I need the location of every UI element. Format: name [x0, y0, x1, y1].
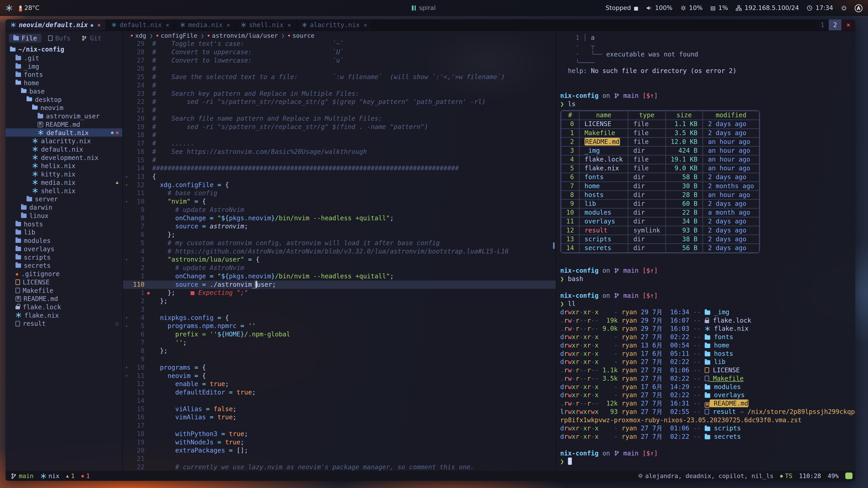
- tab-close-icon[interactable]: ×: [842, 20, 855, 31]
- breadcrumb-item[interactable]: ◆configFile: [156, 32, 197, 39]
- neotree-tab-git[interactable]: Git: [77, 34, 106, 42]
- tree-item[interactable]: Makefile: [5, 286, 122, 294]
- media-widget[interactable]: spiral: [412, 0, 436, 16]
- tree-item[interactable]: linux: [5, 212, 122, 220]
- terminal-line: [560, 283, 853, 292]
- buffer-tab[interactable]: alacritty.nix×: [297, 20, 373, 31]
- branch-icon: [82, 35, 87, 41]
- tree-item[interactable]: result○: [5, 319, 122, 328]
- tree-item[interactable]: flake.nix: [5, 311, 122, 319]
- tree-item[interactable]: MREADME.md: [5, 294, 122, 303]
- statusline-sl-err: ●1: [81, 472, 90, 480]
- dot-icon: ●: [111, 130, 114, 135]
- tree-item[interactable]: darwin: [5, 203, 122, 212]
- terminal-line: lrwxrwxrwx 93 ryan 27 7月 02:55 -- result…: [560, 408, 853, 416]
- tab-number[interactable]: 2: [829, 20, 841, 31]
- ls-table-row: 4flake.lockfile19.1 KBan hour ago: [561, 155, 759, 164]
- ls-table-row: 6fontsdir58 B2 days ago: [561, 173, 759, 182]
- tree-item[interactable]: media.nix▲: [5, 178, 122, 187]
- tree-item[interactable]: base: [5, 87, 122, 95]
- tree-item[interactable]: fonts: [5, 70, 122, 78]
- media-title: spiral: [419, 4, 436, 12]
- volume-widget[interactable]: 100%: [646, 4, 673, 12]
- cpu-widget[interactable]: 10%: [680, 4, 703, 12]
- power-button[interactable]: [841, 5, 847, 11]
- tree-item[interactable]: helix.nix: [5, 162, 122, 170]
- cpu-value: 10%: [689, 4, 703, 12]
- statusline-sl-lsp: alejandra, deadnix, copilot, nil_ls: [638, 472, 774, 480]
- md-icon: M: [38, 122, 43, 127]
- code-line: 7 source = astronvim;: [123, 222, 556, 231]
- tree-item[interactable]: scripts: [5, 253, 122, 261]
- network-widget[interactable]: 192.168.5.100/24: [736, 4, 799, 12]
- nix-icon: [32, 188, 38, 194]
- code-line: 13 defaultEditor = true;: [123, 388, 556, 397]
- close-buffer-icon[interactable]: ×: [364, 21, 367, 29]
- close-buffer-icon[interactable]: ×: [226, 21, 230, 29]
- tab-number[interactable]: 1: [816, 20, 829, 31]
- scrollbar-thumb[interactable]: [553, 242, 555, 249]
- code-line: ▾11 neovim = {: [123, 372, 556, 380]
- close-buffer-icon[interactable]: ×: [97, 21, 101, 29]
- neotree-tab-file[interactable]: File: [9, 34, 41, 42]
- launcher-button[interactable]: [5, 4, 13, 12]
- tree-item[interactable]: development.nix: [5, 153, 122, 162]
- volume-value: 100%: [655, 4, 673, 12]
- tree-item[interactable]: flake.lock: [5, 303, 122, 311]
- buffer-tab[interactable]: default.nix×: [106, 20, 175, 31]
- git-branch-icon: [614, 293, 619, 298]
- statusline-sl-pos: 110:28: [799, 472, 821, 480]
- tree-item[interactable]: LICENSE: [5, 278, 122, 286]
- breadcrumb-item[interactable]: ◆astronvim/lua/user: [207, 32, 278, 39]
- breadcrumb-item[interactable]: ◆source: [288, 32, 314, 39]
- folder-icon: [705, 393, 710, 398]
- temperature-widget[interactable]: 28°C: [20, 4, 39, 12]
- close-buffer-icon[interactable]: ×: [287, 21, 291, 29]
- editor-pane[interactable]: ◆xdg❯◆configFile❯◆astronvim/lua/user❯◆so…: [123, 31, 557, 471]
- tree-item[interactable]: server: [5, 195, 122, 203]
- terminal-line: ❯ ll: [560, 300, 853, 308]
- buffer-tab[interactable]: neovim/default.nix●×: [5, 20, 106, 31]
- letter-badge[interactable]: A: [855, 4, 862, 12]
- tree-item[interactable]: default.nix●●: [5, 128, 122, 137]
- buffer-tab[interactable]: media.nix×: [175, 20, 236, 31]
- tree-item[interactable]: desktop: [5, 95, 122, 103]
- ls-table-row: 2README.mdfile12.0 KBan hour ago: [561, 138, 759, 147]
- file-y-icon: [705, 367, 709, 373]
- tree-item[interactable]: home: [5, 78, 122, 87]
- tree-item[interactable]: hosts: [5, 220, 122, 228]
- tree-item[interactable]: .git: [5, 54, 122, 62]
- tree-root[interactable]: ~/nix-config: [5, 45, 122, 54]
- folder-icon: [705, 427, 710, 431]
- tree-item[interactable]: _img: [5, 62, 122, 70]
- tree-item[interactable]: overlays: [5, 245, 122, 253]
- tree-item[interactable]: ◆.gitignore: [5, 269, 122, 278]
- ls-table-row: 13scriptsdir38 B2 days ago: [561, 235, 759, 244]
- topbar: 28°C spiral Stopped ■ 100% 10% ▤ 1%: [0, 0, 868, 16]
- terminal-line: nix-config on main [$↑]: [560, 267, 853, 275]
- tree-item[interactable]: default.nix: [5, 145, 122, 153]
- tree-item[interactable]: shell.nix: [5, 186, 122, 195]
- close-buffer-icon[interactable]: ×: [166, 21, 169, 29]
- tree-item[interactable]: secrets: [5, 261, 122, 269]
- tree-item[interactable]: lib: [5, 228, 122, 236]
- tree-item[interactable]: astronvim_user: [5, 112, 122, 120]
- neotree-panel[interactable]: FileBufsGit ~/nix-config .git_imgfontsho…: [5, 31, 123, 471]
- timer-widget[interactable]: Stopped ■: [606, 4, 638, 12]
- code-area[interactable]: 29# Toggle text's case: `~`28# Convert t…: [123, 40, 556, 471]
- tree-item[interactable]: modules: [5, 236, 122, 245]
- buffer-tab[interactable]: shell.nix×: [236, 20, 297, 31]
- tree-item[interactable]: kitty.nix: [5, 170, 122, 178]
- clock-widget[interactable]: 17:34: [807, 4, 833, 12]
- folder-icon: [705, 311, 710, 315]
- tree-item[interactable]: alacritty.nix: [5, 137, 122, 145]
- breadcrumb-item[interactable]: ◆xdg: [131, 32, 146, 39]
- terminal-pane[interactable]: 1 │ a · ┬ · ╰── executable was not found…: [556, 31, 855, 471]
- tree-item[interactable]: MREADME.md: [5, 120, 122, 128]
- tree-item[interactable]: neovim: [5, 103, 122, 112]
- terminal-line: drwxr-xr-x - ryan 13 6月 00:54 -- home: [560, 341, 853, 350]
- nix-icon: [32, 163, 38, 169]
- neotree-tab-bufs[interactable]: Bufs: [43, 34, 75, 42]
- memory-widget[interactable]: ▤ 1%: [710, 4, 728, 12]
- git-icon: ◆: [16, 271, 19, 276]
